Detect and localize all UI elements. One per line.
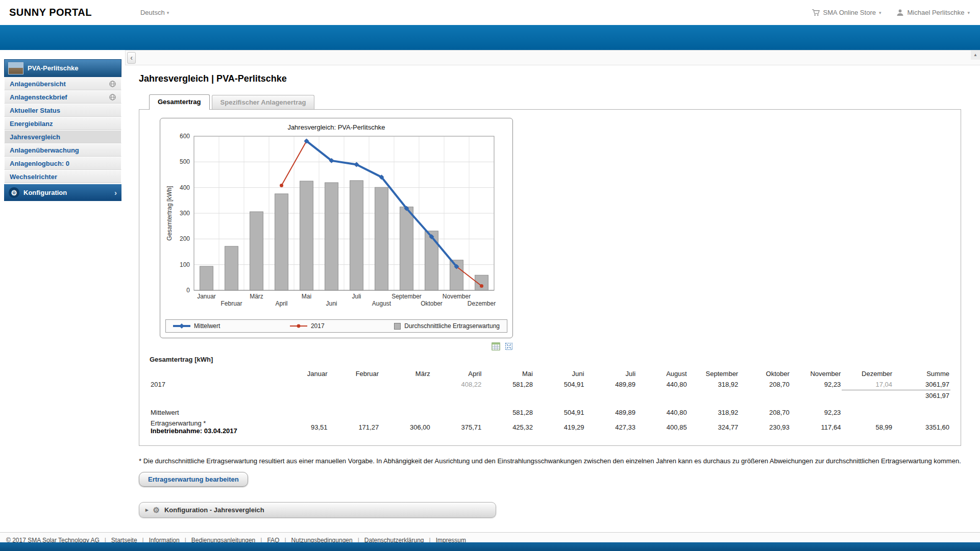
- page-title: Jahresvergleich | PVA-Perlitschke: [139, 73, 961, 84]
- plant-photo-thumbnail: [8, 62, 23, 74]
- legend-item-2017: 2017: [290, 322, 325, 330]
- chart-legend: Mittelwert2017Durchschnittliche Ertragse…: [165, 319, 507, 333]
- content-top-strip: ‹ ▲: [125, 50, 980, 65]
- table-cell: [329, 379, 380, 390]
- table-cell: [380, 379, 431, 390]
- footnote-text: * Die durchschnittliche Ertragserwartung…: [139, 457, 961, 465]
- fullscreen-icon[interactable]: [505, 342, 513, 350]
- cart-icon: [812, 9, 820, 16]
- sidebar-item-konfiguration[interactable]: ⚙ Konfiguration ›: [4, 184, 121, 201]
- globe-icon: [109, 81, 116, 87]
- svg-text:März: März: [250, 293, 263, 300]
- table-cell: 230,93: [739, 418, 791, 436]
- table-cell: 427,33: [585, 418, 636, 436]
- table-cell: 581,28: [482, 407, 534, 418]
- main-nav-bar: [0, 25, 980, 50]
- legend-item-durchschnittliche-ertragserwartung: Durchschnittliche Ertragserwartung: [394, 322, 500, 330]
- sidebar-item-jahresvergleich[interactable]: Jahresvergleich: [4, 130, 121, 143]
- sidebar-item-energiebilanz[interactable]: Energiebilanz: [4, 117, 121, 130]
- sidebar-item-anlagensteckbrief[interactable]: Anlagensteckbrief: [4, 90, 121, 104]
- top-header-right: SMA Online Store ▾ Michael Perlitschke ▾: [812, 9, 970, 16]
- column-header: August: [636, 368, 688, 379]
- svg-text:Gesamtertrag [kWh]: Gesamtertrag [kWh]: [166, 186, 173, 240]
- sidebar-item-anlagenlogbuch-0[interactable]: Anlagenlogbuch: 0: [4, 157, 121, 170]
- user-menu[interactable]: Michael Perlitschke ▾: [896, 9, 970, 16]
- sidebar-item-label: Wechselrichter: [10, 173, 57, 181]
- svg-text:April: April: [275, 300, 287, 307]
- svg-text:500: 500: [180, 158, 190, 165]
- main-inner: Jahresvergleich | PVA-Perlitschke Gesamt…: [139, 73, 961, 518]
- table-cell: [431, 390, 483, 402]
- chevron-down-icon: ▾: [167, 10, 169, 15]
- svg-text:Juni: Juni: [326, 300, 337, 307]
- svg-text:0: 0: [186, 287, 190, 294]
- bottom-blue-bar: [0, 542, 980, 551]
- excel-export-icon[interactable]: [492, 342, 500, 350]
- table-cell: 504,91: [534, 407, 585, 418]
- language-label: Deutsch: [140, 9, 165, 16]
- yield-table: JanuarFebruarMärzAprilMaiJuniJuliAugustS…: [150, 368, 950, 436]
- table-cell: 208,70: [739, 379, 791, 390]
- table-cell: [636, 390, 688, 402]
- table-cell: [329, 390, 380, 402]
- svg-text:400: 400: [180, 184, 190, 191]
- gear-icon: ⚙: [9, 187, 19, 198]
- sidebar-item-anlagenüberwachung[interactable]: Anlagenüberwachung: [4, 143, 121, 157]
- year-comparison-chart: 0100200300400500600JanuarFebruarMärzApri…: [165, 132, 500, 316]
- gear-icon: ⚙: [153, 506, 160, 515]
- main-content: ‹ ▲ Jahresvergleich | PVA-Perlitschke Ge…: [125, 50, 980, 518]
- sidebar-menu: AnlagenübersichtAnlagensteckbriefAktuell…: [4, 77, 121, 183]
- scroll-up-button[interactable]: ▲: [971, 51, 980, 60]
- sidebar-collapse-button[interactable]: ‹: [127, 52, 136, 64]
- svg-text:200: 200: [180, 235, 190, 242]
- table-cell: [842, 407, 893, 418]
- sidebar-item-label: Aktueller Status: [10, 107, 60, 114]
- svg-text:September: September: [391, 293, 422, 300]
- table-row: Mittelwert581,28504,91489,89440,80318,92…: [150, 407, 950, 418]
- legend-label: Mittelwert: [194, 322, 220, 330]
- sidebar-item-label: Anlagenüberwachung: [10, 146, 79, 154]
- tab-gesamtertrag[interactable]: Gesamtertrag: [149, 94, 210, 110]
- sidebar-item-wechselrichter[interactable]: Wechselrichter: [4, 170, 121, 183]
- sidebar-config-label: Konfiguration: [23, 189, 67, 196]
- table-cell: [585, 390, 636, 402]
- store-label: SMA Online Store: [823, 9, 876, 16]
- legend-line-sample: [173, 323, 190, 329]
- row-label: [150, 390, 277, 402]
- table-cell: 324,77: [688, 418, 740, 436]
- table-cell: [482, 390, 534, 402]
- table-cell: 440,80: [636, 379, 688, 390]
- sidebar-item-aktueller-status[interactable]: Aktueller Status: [4, 104, 121, 117]
- column-header: September: [688, 368, 740, 379]
- sma-online-store-link[interactable]: SMA Online Store ▾: [812, 9, 881, 16]
- table-cell: 117,64: [791, 418, 842, 436]
- table-cell: [842, 390, 893, 402]
- table-cell: 318,92: [688, 379, 740, 390]
- table-cell: [380, 390, 431, 402]
- table-cell: 375,71: [431, 418, 483, 436]
- sunny-portal-logo[interactable]: SUNNY PORTAL: [9, 7, 92, 18]
- tab-bar: GesamtertragSpezifischer Anlagenertrag: [149, 94, 961, 109]
- svg-text:Oktober: Oktober: [421, 300, 443, 307]
- table-cell: [739, 390, 791, 402]
- svg-text:Mai: Mai: [302, 293, 311, 300]
- config-accordion[interactable]: ▸ ⚙ Konfiguration - Jahresvergleich: [139, 502, 496, 518]
- sidebar-plant-header[interactable]: PVA-Perlitschke: [4, 59, 121, 77]
- language-selector[interactable]: Deutsch ▾: [140, 9, 169, 16]
- sidebar-item-label: Anlagensteckbrief: [10, 93, 67, 101]
- column-header: Februar: [329, 368, 380, 379]
- table-cell: 425,32: [482, 418, 534, 436]
- table-cell: 3351,60: [893, 418, 950, 436]
- table-cell: [534, 390, 585, 402]
- chart-export-row: [160, 342, 513, 350]
- sidebar-item-anlagenübersicht[interactable]: Anlagenübersicht: [4, 77, 121, 90]
- table-cell: [380, 407, 431, 418]
- yield-table-wrap: JanuarFebruarMärzAprilMaiJuniJuliAugustS…: [150, 368, 950, 436]
- tab-spezifischer-anlagenertrag[interactable]: Spezifischer Anlagenertrag: [212, 95, 315, 109]
- table-cell: 489,89: [585, 407, 636, 418]
- svg-text:Juli: Juli: [352, 293, 361, 300]
- chevron-down-icon: ▾: [879, 10, 881, 15]
- table-cell: 208,70: [739, 407, 791, 418]
- edit-expectation-button[interactable]: Ertragserwartung bearbeiten: [139, 472, 248, 487]
- svg-text:100: 100: [180, 261, 190, 268]
